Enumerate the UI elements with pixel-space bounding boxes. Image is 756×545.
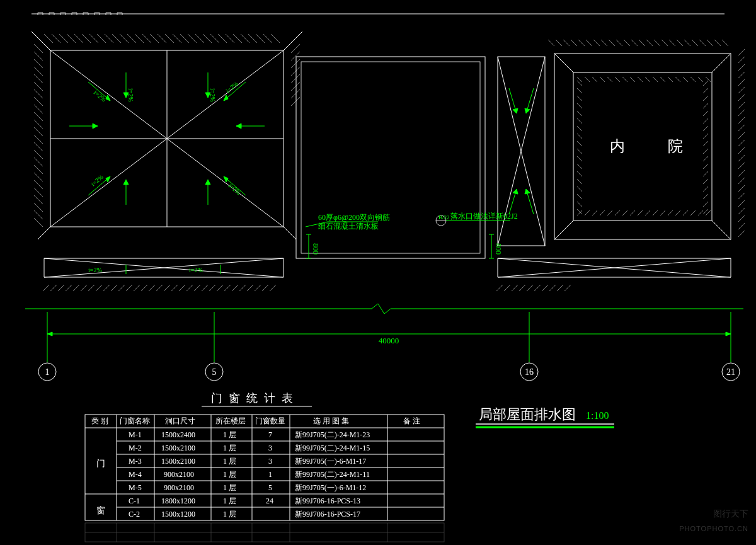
annotations: 60厚φ6@200双向钢筋 细石混凝土清水板 B/22 落水口做法详新02J2 [306, 212, 518, 231]
svg-line-42 [521, 151, 545, 246]
svg-marker-48 [513, 189, 518, 194]
cell: 新99J706-16-PCS-13 [295, 496, 360, 505]
courtyard-label: 内 院 [610, 138, 697, 154]
drawing-scale: 1:100 [586, 410, 609, 421]
svg-line-40 [521, 57, 545, 151]
cell: 1 [268, 470, 272, 479]
th-qty: 门窗数量 [255, 416, 285, 425]
cell: M-3 [129, 457, 142, 466]
note-line-3: 落水口做法详新02J2 [450, 212, 518, 221]
cad-drawing-viewport: { "drawing": { "title": "局部屋面排水图", "scal… [0, 0, 756, 545]
svg-line-12 [50, 139, 167, 227]
th-floor: 所在楼层 [215, 416, 246, 425]
drawing-title: 局部屋面排水图 [479, 406, 576, 422]
drawing-title-block: 局部屋面排水图 1:100 [476, 406, 614, 427]
svg-marker-35 [236, 123, 241, 129]
cat-window: 窗 [96, 506, 105, 515]
grid-bubbles: 1 5 16 21 [38, 363, 740, 381]
th-size: 洞口尺寸 [165, 416, 195, 425]
svg-marker-80 [726, 332, 731, 336]
grid-label-16: 16 [525, 367, 534, 377]
svg-marker-29 [123, 180, 129, 185]
slope-label: i=2% [189, 267, 203, 273]
ghost-table-bg [85, 523, 444, 542]
th-remark: 备 注 [403, 416, 420, 425]
note-line-1: 60厚φ6@200双向钢筋 [318, 213, 390, 222]
cell: 新99J706-16-PCS-17 [295, 510, 360, 519]
cell: 3 [268, 457, 272, 466]
slope-label: i=2% [93, 89, 108, 103]
cell: M-1 [129, 430, 142, 439]
cell: 1500x2100 [161, 444, 195, 452]
svg-marker-79 [47, 332, 52, 336]
th-category: 类 别 [91, 416, 108, 425]
cell: 新99J705(一)-6-M1-12 [295, 483, 366, 492]
svg-marker-19 [224, 95, 228, 101]
cell: 24 [266, 496, 273, 505]
th-name: 门窗名称 [120, 416, 150, 425]
cell: 1 层 [223, 444, 236, 452]
cell: 新99J705(二)-24-M1-15 [295, 444, 370, 452]
watermark-en: PHOTOPHOTO.CN [679, 525, 748, 532]
cat-door: 门 [96, 459, 105, 468]
schedule-table: 门窗统计表 类 别 门窗名称 洞口尺寸 所在楼层 门窗数量 选 用 图 集 [85, 392, 444, 520]
grid-label-1: 1 [45, 367, 50, 377]
roof-block-right: 内 院 [548, 40, 745, 239]
dim-vertical [306, 234, 494, 258]
roof-plan: i=2% i=2% i=2% i=2% i=2% i=2% [25, 13, 745, 381]
svg-line-53 [554, 54, 573, 72]
svg-marker-21 [106, 176, 110, 182]
dim-800-b: 800 [494, 243, 503, 255]
cell: 5 [268, 483, 272, 492]
svg-marker-50 [525, 189, 530, 194]
cell: 1500x1200 [161, 510, 195, 519]
th-atlas: 选 用 图 集 [313, 416, 349, 425]
cell: 1 层 [223, 510, 236, 519]
svg-marker-44 [513, 108, 518, 113]
slope-label: i=2% [224, 80, 239, 94]
break-line [25, 304, 743, 314]
cell: 900x2100 [164, 483, 194, 492]
cell: 1 层 [223, 430, 236, 439]
roof-block-left: i=2% i=2% i=2% i=2% i=2% i=2% [32, 32, 302, 239]
cell: 1500x2400 [161, 430, 195, 439]
svg-marker-23 [224, 176, 228, 182]
svg-line-41 [498, 151, 521, 246]
cell: 新99J705(二)-24-M1-11 [295, 470, 370, 479]
svg-line-11 [167, 50, 284, 139]
table-title: 门窗统计表 [211, 392, 299, 404]
cell: 新99J705(一)-6-M1-17 [295, 457, 366, 466]
cell: 新99J705(二)-24-M1-23 [295, 430, 370, 439]
cell: M-4 [129, 470, 142, 479]
cell: 1 层 [223, 470, 236, 479]
cell: M-5 [129, 483, 142, 492]
grid-label-21: 21 [726, 367, 735, 377]
dim-800-a: 800 [311, 243, 320, 255]
svg-line-39 [498, 57, 521, 151]
cell: 1 层 [223, 496, 236, 505]
watermark-cn: 图行天下 [713, 508, 748, 520]
cell: 3 [268, 444, 272, 452]
bottom-awnings: i=2% i=2% [43, 258, 731, 291]
slope-label: i=2% [209, 88, 216, 102]
cell: C-2 [129, 510, 140, 519]
dim-total: 40000 [379, 336, 399, 345]
cell: M-2 [129, 444, 142, 452]
cell: 1500x2100 [161, 457, 195, 466]
svg-line-56 [712, 221, 731, 239]
cell: 1800x1200 [161, 496, 195, 505]
cell: 900x2100 [164, 470, 194, 479]
svg-marker-46 [525, 108, 530, 113]
svg-line-13 [167, 139, 284, 227]
cell: 1 层 [223, 483, 236, 492]
detail-ref: B/22 [438, 214, 450, 221]
note-line-2: 细石混凝土清水板 [318, 222, 379, 231]
cell: 7 [268, 430, 272, 439]
svg-line-54 [712, 54, 731, 72]
svg-marker-31 [205, 180, 210, 185]
cell: C-1 [129, 496, 140, 505]
cad-canvas: i=2% i=2% i=2% i=2% i=2% i=2% [0, 0, 756, 545]
svg-line-10 [50, 50, 167, 139]
table-rows: M-1 1500x2400 1 层 7 新99J705(二)-24-M1-23 … [129, 430, 370, 519]
top-parapet [32, 13, 724, 15]
